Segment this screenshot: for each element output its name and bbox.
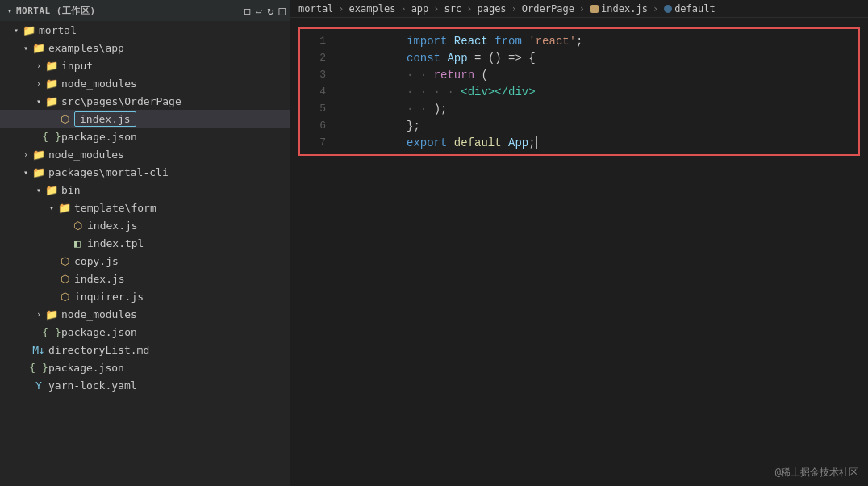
file-icon-copy: ⬡ — [58, 255, 71, 267]
sidebar-item-mortal[interactable]: ▾ 📁 mortal — [0, 21, 290, 39]
label-template: template\form — [74, 202, 156, 214]
arrow-src: ▾ — [32, 97, 45, 106]
arrow-examples: ▾ — [19, 44, 32, 52]
breadcrumb-app: app — [411, 3, 429, 15]
arrow-pkg-cli: ▾ — [19, 168, 32, 177]
label-pkg1: package.json — [61, 131, 137, 143]
file-icon-yarn: Y — [32, 379, 45, 392]
line-num-6: 6 — [300, 119, 326, 132]
label-yarn: yarn-lock.yaml — [48, 379, 137, 392]
label-idx2: index.js — [87, 220, 138, 232]
code-line-7: 7 export default App; — [300, 134, 858, 151]
line-num-5: 5 — [300, 103, 326, 115]
code-area: 1 import React from 'react'; 2 const App… — [290, 18, 868, 486]
label-tpl: index.tpl — [87, 237, 144, 249]
label-pkg2: package.json — [61, 326, 137, 338]
sidebar-item-input[interactable]: › 📁 input — [0, 57, 290, 74]
sidebar-item-index-tpl[interactable]: › ◧ index.tpl — [0, 234, 290, 252]
label-pkg3: package.json — [48, 362, 124, 374]
arrow-nm3: › — [32, 310, 45, 319]
workspace-label: MORTAL (工作区) — [16, 5, 96, 17]
sidebar-item-node-modules-3[interactable]: › 📁 node_modules — [0, 305, 290, 323]
folder-icon-src: 📁 — [45, 95, 58, 107]
code-content-7: export default App; — [339, 124, 537, 162]
arrow-template: ▾ — [45, 203, 58, 212]
file-icon-idx3: ⬡ — [58, 273, 71, 285]
sidebar-item-bin[interactable]: ▾ 📁 bin — [0, 181, 290, 199]
folder-icon-bin: 📁 — [45, 184, 58, 196]
refresh-icon[interactable]: ↻ — [267, 4, 273, 17]
label-index-main: index.js — [74, 111, 136, 127]
sidebar-item-src-pages[interactable]: ▾ 📁 src\pages\OrderPage — [0, 92, 290, 110]
label-inq: inquirer.js — [74, 291, 144, 303]
label-nm3: node_modules — [61, 308, 137, 321]
sidebar-item-index-js-main[interactable]: › ⬡ index.js — [0, 110, 290, 128]
sidebar-item-node-modules-1[interactable]: › 📁 node_modules — [0, 74, 290, 92]
new-folder-icon[interactable]: ▱ — [256, 4, 262, 17]
label-bin: bin — [61, 184, 80, 196]
sidebar-item-package-json-1[interactable]: › { } package.json — [0, 128, 290, 145]
label-nm2: node_modules — [48, 149, 124, 161]
sidebar-item-template-form[interactable]: ▾ 📁 template\form — [0, 199, 290, 216]
workspace-header[interactable]: ▾ MORTAL (工作区) ◻ ▱ ↻ □ — [0, 0, 290, 21]
editor: mortal › examples › app › src › pages › … — [290, 0, 868, 486]
arrow-input: › — [32, 61, 45, 70]
sidebar-item-package-json-3[interactable]: › { } package.json — [0, 358, 290, 376]
line-num-3: 3 — [300, 69, 326, 81]
folder-icon-nm3: 📁 — [45, 308, 58, 321]
label-input: input — [61, 60, 93, 72]
arrow-mortal: ▾ — [10, 26, 23, 35]
file-icon-idx2: ⬡ — [71, 220, 84, 232]
file-icon-index-main: ⬡ — [58, 113, 71, 125]
sidebar: ▾ MORTAL (工作区) ◻ ▱ ↻ □ ▾ 📁 mortal ▾ 📁 ex… — [0, 0, 290, 486]
label-mortal: mortal — [39, 24, 77, 36]
new-file-icon[interactable]: ◻ — [244, 4, 250, 17]
breadcrumb: mortal › examples › app › src › pages › … — [290, 0, 868, 18]
sidebar-item-index-js-3[interactable]: › ⬡ index.js — [0, 270, 290, 287]
file-icon-pkg3: { } — [32, 362, 45, 374]
sidebar-item-index-js-2[interactable]: › ⬡ index.js — [0, 216, 290, 234]
label-pkg-cli: packages\mortal-cli — [48, 166, 169, 178]
svg-point-1 — [664, 5, 672, 13]
sidebar-item-copy-js[interactable]: › ⬡ copy.js — [0, 252, 290, 270]
sidebar-item-inquirer-js[interactable]: › ⬡ inquirer.js — [0, 287, 290, 305]
folder-icon-nm2: 📁 — [32, 149, 45, 161]
sidebar-item-package-json-2[interactable]: › { } package.json — [0, 323, 290, 341]
workspace-arrow: ▾ — [3, 6, 16, 15]
breadcrumb-mortal: mortal — [298, 3, 333, 15]
file-icon-pkg1: { } — [45, 131, 58, 143]
sidebar-item-node-modules-2[interactable]: › 📁 node_modules — [0, 145, 290, 163]
folder-icon-examples: 📁 — [32, 42, 45, 54]
label-src: src\pages\OrderPage — [61, 95, 182, 107]
sidebar-item-directorylist-md[interactable]: › M↓ directoryList.md — [0, 341, 290, 358]
svg-rect-0 — [590, 5, 599, 13]
file-icon-inq: ⬡ — [58, 291, 71, 303]
sidebar-item-examples-app[interactable]: ▾ 📁 examples\app — [0, 39, 290, 57]
folder-icon-input: 📁 — [45, 60, 58, 72]
breadcrumb-indexjs: index.js — [590, 3, 648, 15]
label-idx3: index.js — [74, 273, 125, 285]
folder-icon-template: 📁 — [58, 202, 71, 214]
line-num-7: 7 — [300, 136, 326, 149]
breadcrumb-pages: pages — [477, 3, 506, 15]
file-icon-pkg2: { } — [45, 326, 58, 338]
arrow-nm2: › — [19, 150, 32, 159]
line-num-4: 4 — [300, 86, 326, 98]
file-icon-tpl: ◧ — [71, 237, 84, 249]
label-examples: examples\app — [48, 42, 124, 54]
breadcrumb-examples: examples — [349, 3, 396, 15]
line-num-1: 1 — [300, 35, 326, 47]
folder-icon-mortal: 📁 — [23, 24, 35, 36]
breadcrumb-default: default — [663, 3, 716, 15]
collapse-icon[interactable]: □ — [279, 4, 286, 17]
arrow-bin: ▾ — [32, 186, 45, 195]
sidebar-item-yarn-lock[interactable]: › Y yarn-lock.yaml — [0, 376, 290, 394]
breadcrumb-src: src — [444, 3, 462, 15]
sidebar-item-packages-mortal-cli[interactable]: ▾ 📁 packages\mortal-cli — [0, 163, 290, 181]
label-dir: directoryList.md — [48, 344, 149, 356]
folder-icon-pkg-cli: 📁 — [32, 166, 45, 178]
label-nm1: node_modules — [61, 78, 137, 90]
label-copy: copy.js — [74, 255, 119, 267]
breadcrumb-orderpage: OrderPage — [522, 3, 574, 15]
watermark: @稀土掘金技术社区 — [775, 466, 858, 480]
